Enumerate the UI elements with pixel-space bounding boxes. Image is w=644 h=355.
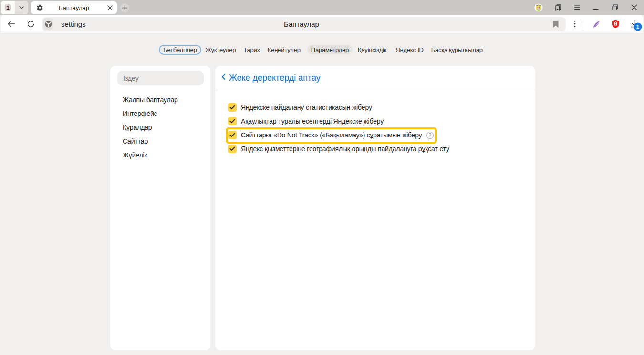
svg-text:1: 1	[636, 24, 640, 30]
svg-text:1: 1	[6, 5, 9, 10]
